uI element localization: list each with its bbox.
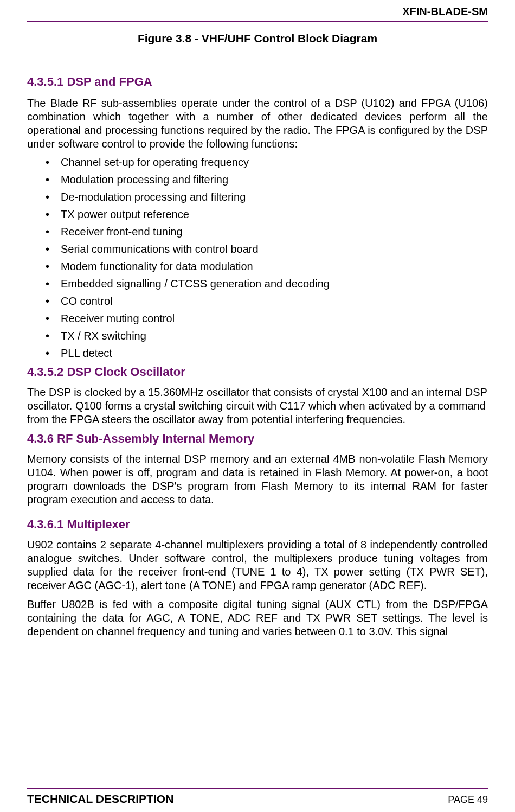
list-item: Modulation processing and filtering (61, 174, 488, 186)
page-number: PAGE 49 (448, 794, 488, 805)
list-item: PLL detect (61, 347, 488, 360)
section-heading-dsp-clock: 4.3.5.2 DSP Clock Oscillator (27, 365, 488, 379)
footer-section-title: TECHNICAL DESCRIPTION (27, 792, 173, 805)
body-paragraph: Buffer U802B is fed with a composite dig… (27, 598, 488, 638)
body-paragraph: The DSP is clocked by a 15.360MHz oscill… (27, 386, 488, 426)
list-item: Serial communications with control board (61, 243, 488, 255)
figure-caption: Figure 3.8 - VHF/UHF Control Block Diagr… (27, 32, 488, 45)
body-paragraph: Memory consists of the internal DSP memo… (27, 452, 488, 507)
list-item: CO control (61, 295, 488, 308)
list-item: De-modulation processing and filtering (61, 191, 488, 203)
list-item: TX / RX switching (61, 330, 488, 342)
list-item: Receiver front-end tuning (61, 226, 488, 238)
list-item: Channel set-up for operating frequency (61, 156, 488, 169)
bullet-list: Channel set-up for operating frequency M… (27, 156, 488, 360)
section-heading-dsp-fpga: 4.3.5.1 DSP and FPGA (27, 75, 488, 89)
body-paragraph: The Blade RF sub-assemblies operate unde… (27, 97, 488, 151)
list-item: Embedded signalling / CTCSS generation a… (61, 278, 488, 290)
document-code: XFIN-BLADE-SM (27, 5, 488, 18)
list-item: Receiver muting control (61, 312, 488, 325)
body-paragraph: U902 contains 2 separate 4-channel multi… (27, 538, 488, 592)
list-item: TX power output reference (61, 208, 488, 221)
page-footer: TECHNICAL DESCRIPTION PAGE 49 (27, 788, 488, 805)
section-heading-rf-memory: 4.3.6 RF Sub-Assembly Internal Memory (27, 432, 488, 446)
section-heading-multiplexer: 4.3.6.1 Multiplexer (27, 517, 488, 532)
list-item: Modem functionality for data modulation (61, 260, 488, 273)
page-header: XFIN-BLADE-SM (27, 0, 488, 22)
